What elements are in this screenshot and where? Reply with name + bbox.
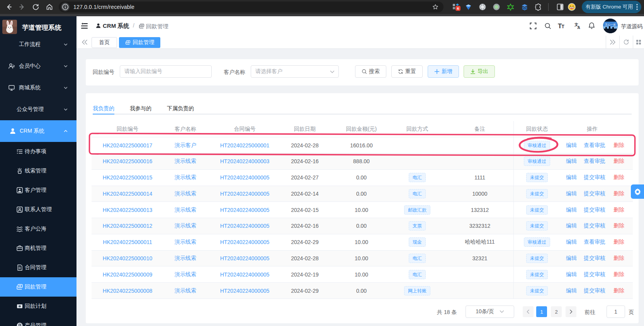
svg-text:6: 6 xyxy=(457,7,459,10)
svg-text:1: 1 xyxy=(19,305,20,307)
svg-text:A: A xyxy=(578,26,580,30)
svg-text:文心一言: 文心一言 xyxy=(605,23,616,26)
